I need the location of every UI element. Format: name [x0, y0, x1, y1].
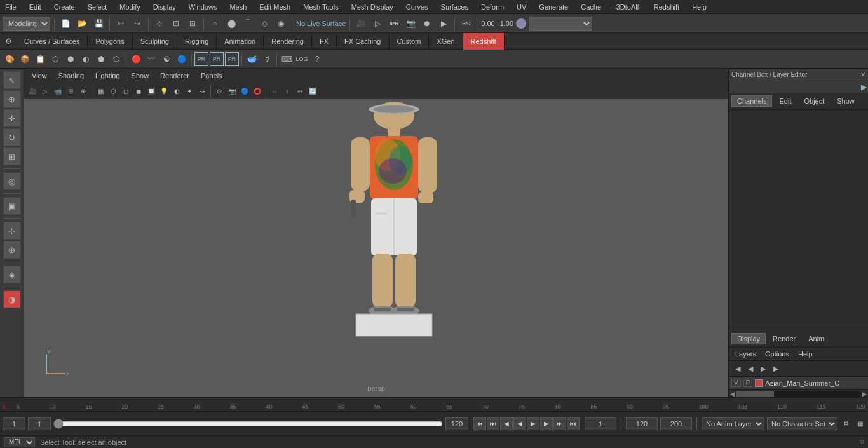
- shelf-icon-4[interactable]: ⬡: [48, 52, 62, 66]
- tab-settings-icon[interactable]: ⚙: [0, 34, 17, 48]
- menu-display[interactable]: Display: [151, 3, 179, 11]
- anim-settings-icon[interactable]: ⚙: [840, 418, 851, 430]
- timeline-slider[interactable]: [53, 419, 443, 428]
- shelf-icon-3[interactable]: 📋: [33, 52, 47, 66]
- poly-select-icon[interactable]: ◇: [257, 17, 271, 31]
- layer-pickup-btn[interactable]: P: [743, 379, 753, 387]
- tab-display[interactable]: Display: [731, 333, 766, 344]
- menu-select[interactable]: Select: [85, 3, 110, 11]
- range-end-input[interactable]: [660, 417, 692, 430]
- vp-snap-icon[interactable]: ⊙: [214, 85, 225, 97]
- viewport-menu-renderer[interactable]: Renderer: [158, 72, 192, 79]
- anim-layer-dropdown[interactable]: No Anim Layer: [702, 417, 764, 430]
- vp-ssao-icon[interactable]: ◐: [171, 85, 182, 97]
- tab-custom[interactable]: Custom: [390, 33, 430, 50]
- tab-fx-caching[interactable]: FX Caching: [337, 33, 389, 50]
- shelf-icon-6[interactable]: ◐: [79, 52, 93, 66]
- color-mode-icon[interactable]: [516, 18, 526, 29]
- layer-visibility-btn[interactable]: V: [731, 379, 741, 387]
- layer-arrow-right1-icon[interactable]: ▶: [757, 362, 770, 375]
- anim-extra-icon[interactable]: ▦: [854, 418, 865, 430]
- save-icon[interactable]: 💾: [92, 17, 105, 31]
- undo-icon[interactable]: ↩: [114, 17, 128, 31]
- char-set-dropdown[interactable]: No Character Set: [767, 417, 837, 430]
- layer-arrow-right2-icon[interactable]: ▶: [770, 362, 782, 375]
- viewport-menu-lighting[interactable]: Lighting: [93, 72, 123, 79]
- shelf-icon-help[interactable]: ?: [310, 52, 324, 66]
- vp-wireframe-icon[interactable]: ◻: [120, 85, 132, 97]
- viewport[interactable]: View Shading Lighting Show Renderer Pane…: [24, 69, 728, 397]
- channel-arrow-icon[interactable]: ▶: [861, 83, 867, 92]
- tab-curves-surfaces[interactable]: Curves / Surfaces: [17, 33, 88, 50]
- menu-generate[interactable]: Generate: [536, 3, 571, 11]
- snap-icon[interactable]: ⊡: [169, 17, 183, 31]
- script-language-dropdown[interactable]: MEL: [4, 437, 35, 447]
- prev-key-btn[interactable]: ⏭: [487, 417, 499, 430]
- tab-fx[interactable]: FX: [312, 33, 337, 50]
- vp-xform-icon[interactable]: ↔: [269, 85, 280, 97]
- tab-show[interactable]: Show: [831, 95, 860, 107]
- menu-redshift[interactable]: Redshift: [651, 3, 682, 11]
- camera-icon[interactable]: 🎥: [354, 17, 368, 31]
- shelf-icon-pr2[interactable]: PR: [210, 52, 224, 66]
- tab-xgen[interactable]: XGen: [429, 33, 463, 50]
- goto-end-btn[interactable]: ⏮: [567, 417, 580, 430]
- vp-solid-icon[interactable]: ◼: [133, 85, 144, 97]
- marquee-btn[interactable]: ▣: [3, 197, 21, 215]
- vp-mani-icon[interactable]: ↕: [281, 85, 293, 97]
- vp-sym-icon[interactable]: ⇔: [294, 85, 306, 97]
- scroll-right-icon[interactable]: ▶: [862, 391, 867, 397]
- rs-render-btn[interactable]: ◑: [3, 290, 21, 308]
- menu-3dtoall[interactable]: -3DtoAll-: [611, 3, 644, 11]
- curve-select-icon[interactable]: ⌒: [241, 17, 255, 31]
- menu-edit[interactable]: Edit: [27, 3, 44, 11]
- current-frame-display[interactable]: [585, 417, 616, 430]
- tab-object[interactable]: Object: [798, 95, 830, 107]
- vp-tex-icon[interactable]: 🔲: [146, 85, 157, 97]
- next-frame-btn[interactable]: ▶: [540, 417, 553, 430]
- vp-light-icon[interactable]: 💡: [158, 85, 170, 97]
- menu-create[interactable]: Create: [51, 3, 78, 11]
- shelf-icon-9[interactable]: 🔴: [129, 52, 143, 66]
- channel-header-close-icon[interactable]: ✕: [860, 71, 865, 78]
- vp-icon3[interactable]: 📹: [52, 85, 64, 97]
- mode-dropdown[interactable]: Modeling: [3, 17, 50, 31]
- current-frame-input2[interactable]: [28, 417, 51, 430]
- snap-to-grid-btn[interactable]: ⊹: [3, 222, 21, 240]
- shelf-icon-7[interactable]: ⬟: [94, 52, 108, 66]
- shelf-icon-5[interactable]: ⬢: [64, 52, 78, 66]
- menu-surfaces[interactable]: Surfaces: [438, 3, 471, 11]
- shelf-icon-1[interactable]: 🎨: [3, 52, 17, 66]
- tab-rendering[interactable]: Rendering: [264, 33, 312, 50]
- ipr-icon[interactable]: IPR: [387, 17, 401, 31]
- vp-icon5[interactable]: ⊕: [78, 85, 89, 97]
- shelf-icon-12[interactable]: 🔵: [175, 52, 189, 66]
- scroll-track[interactable]: [736, 391, 861, 397]
- open-file-icon[interactable]: 📂: [75, 17, 89, 31]
- shelf-icon-bowl[interactable]: 🥣: [245, 52, 259, 66]
- menu-curves[interactable]: Curves: [403, 3, 431, 11]
- move-btn[interactable]: ✛: [3, 109, 21, 127]
- menu-file[interactable]: File: [3, 3, 19, 11]
- vp-icon4[interactable]: ⊞: [65, 85, 76, 97]
- rotate-btn[interactable]: ↻: [3, 128, 21, 146]
- render-icon[interactable]: ▷: [370, 17, 384, 31]
- menu-deform[interactable]: Deform: [478, 3, 506, 11]
- menu-mesh-tools[interactable]: Mesh Tools: [301, 3, 341, 11]
- shelf-icon-2[interactable]: 📦: [18, 52, 32, 66]
- tab-anim[interactable]: Anim: [803, 333, 830, 344]
- new-file-icon[interactable]: 📄: [58, 17, 72, 31]
- paint-icon[interactable]: ⬤: [224, 17, 238, 31]
- snapshot-icon[interactable]: 📷: [403, 17, 417, 31]
- prev-frame-btn[interactable]: ◀: [500, 417, 513, 430]
- vp-camera-icon[interactable]: 🎥: [27, 85, 38, 97]
- vp-grid-icon[interactable]: ▦: [95, 85, 106, 97]
- shelf-icon-11[interactable]: ☯: [159, 52, 173, 66]
- tab-animation[interactable]: Animation: [217, 33, 264, 50]
- nav-options[interactable]: Options: [761, 349, 793, 359]
- scroll-thumb[interactable]: [736, 391, 774, 397]
- menu-edit-mesh[interactable]: Edit Mesh: [257, 3, 293, 11]
- menu-modify[interactable]: Modify: [117, 3, 142, 11]
- select-icon[interactable]: ⊹: [153, 17, 166, 31]
- show-manipulators-btn[interactable]: ◈: [3, 266, 21, 283]
